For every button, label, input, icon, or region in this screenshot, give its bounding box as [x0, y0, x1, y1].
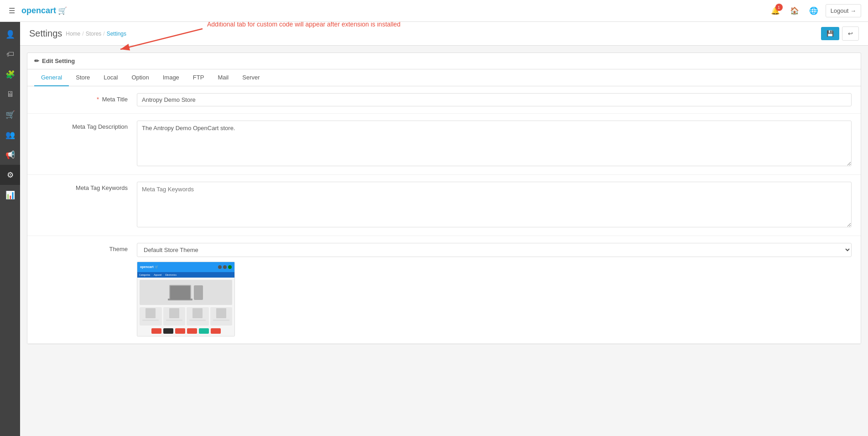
sidebar-item-design[interactable]: 🖥: [0, 84, 20, 105]
home-button[interactable]: 🏠: [787, 4, 802, 18]
globe-button[interactable]: 🌐: [806, 4, 821, 18]
sidebar-item-extensions[interactable]: 🧩: [0, 64, 20, 84]
page-title: Settings: [29, 28, 62, 39]
preview-nav-3: Electronics: [165, 273, 176, 276]
sidebar-item-settings[interactable]: ⚙: [0, 165, 20, 185]
meta-keywords-textarea[interactable]: [137, 182, 852, 227]
page-header-right: 💾 ↩: [821, 26, 859, 41]
notification-badge: 1: [775, 4, 783, 11]
meta-description-textarea[interactable]: The Antropy Demo OpenCart store.: [137, 121, 852, 166]
meta-title-control: [137, 93, 852, 106]
sidebar: 👤 🏷 🧩 🖥 🛒 👥 📢 ⚙ 📊: [0, 22, 20, 436]
brand-name: opencart: [21, 6, 56, 16]
sidebar-item-marketing[interactable]: 📢: [0, 145, 20, 165]
brand-logo: opencart 🛒: [21, 6, 67, 16]
tab-image[interactable]: Image: [156, 69, 186, 86]
meta-title-label: * Meta Title: [36, 93, 137, 103]
breadcrumb-current: Settings: [107, 31, 126, 37]
sidebar-item-cart[interactable]: 🛒: [0, 105, 20, 125]
preview-logo-4: [187, 328, 197, 334]
breadcrumb-sep-2: /: [103, 31, 104, 37]
breadcrumb-sep-1: /: [82, 31, 83, 37]
menu-toggle-button[interactable]: ☰: [7, 5, 17, 17]
sidebar-item-tags[interactable]: 🏷: [0, 44, 20, 64]
tabs-container: General Store Local Option Image FTP Mai…: [27, 69, 861, 86]
tab-ftp[interactable]: FTP: [186, 69, 211, 86]
theme-select[interactable]: Default Store Theme: [137, 243, 852, 257]
meta-description-label: Meta Tag Description: [36, 121, 137, 130]
meta-title-row: * Meta Title: [27, 86, 861, 114]
meta-keywords-row: Meta Tag Keywords: [27, 175, 861, 236]
page-header-left: Settings Home / Stores / Settings: [29, 28, 126, 39]
svg-line-1: [120, 29, 203, 49]
breadcrumb-stores[interactable]: Stores: [86, 31, 102, 37]
pencil-icon: ✏: [34, 58, 39, 64]
tab-mail[interactable]: Mail: [211, 69, 235, 86]
tab-store[interactable]: Store: [69, 69, 97, 86]
tab-local[interactable]: Local: [97, 69, 125, 86]
main-layout: 👤 🏷 🧩 🖥 🛒 👥 📢 ⚙ 📊 Settings Home / Stores…: [0, 22, 868, 436]
tab-server[interactable]: Server: [235, 69, 266, 86]
preview-logo-5: [199, 328, 209, 334]
sidebar-item-reports[interactable]: 📊: [0, 185, 20, 205]
preview-logo-6: [211, 328, 221, 334]
navbar-left: ☰ opencart 🛒: [7, 5, 67, 17]
top-navbar: ☰ opencart 🛒 🔔 1 🏠 🌐 Logout →: [0, 0, 868, 22]
edit-setting-panel: ✏ Edit Setting General Store Local Optio…: [27, 53, 861, 344]
required-asterisk: *: [97, 96, 99, 103]
brand-cart-icon: 🛒: [58, 6, 67, 15]
meta-description-control: The Antropy Demo OpenCart store.: [137, 121, 852, 168]
save-button[interactable]: 💾: [821, 27, 839, 40]
navbar-right: 🔔 1 🏠 🌐 Logout →: [768, 4, 861, 18]
preview-logo-3: [175, 328, 185, 334]
meta-keywords-control: [137, 182, 852, 229]
meta-description-row: Meta Tag Description The Antropy Demo Op…: [27, 114, 861, 175]
theme-preview: opencart 🛒 Categories Apparel: [137, 262, 235, 336]
tab-general[interactable]: General: [34, 69, 69, 86]
back-button[interactable]: ↩: [842, 26, 859, 41]
panel-heading: ✏ Edit Setting: [27, 53, 861, 69]
theme-label: Theme: [36, 243, 137, 252]
page-header: Settings Home / Stores / Settings: [20, 22, 868, 46]
meta-keywords-label: Meta Tag Keywords: [36, 182, 137, 191]
preview-nav-1: Categories: [139, 273, 150, 276]
preview-logo-2: [163, 328, 173, 334]
breadcrumb-home[interactable]: Home: [66, 31, 80, 37]
sidebar-item-customers[interactable]: 👥: [0, 125, 20, 145]
panel-title: Edit Setting: [42, 58, 75, 64]
theme-control: Default Store Theme opencart 🛒: [137, 243, 852, 336]
preview-nav-2: Apparel: [154, 273, 161, 276]
notifications-button[interactable]: 🔔 1: [768, 4, 783, 18]
preview-brand: opencart 🛒: [140, 265, 159, 269]
breadcrumb: Home / Stores / Settings: [66, 31, 126, 37]
form-area: * Meta Title Meta Tag Description The An…: [27, 86, 861, 344]
sidebar-item-profile[interactable]: 👤: [0, 24, 20, 44]
tab-option[interactable]: Option: [125, 69, 156, 86]
preview-logo-1: [151, 328, 161, 334]
logout-button[interactable]: Logout →: [826, 4, 861, 17]
meta-title-input[interactable]: [137, 93, 852, 106]
theme-row: Theme Default Store Theme opencart 🛒: [27, 236, 861, 344]
annotation-text: Additional tab for custom code will appe…: [207, 22, 400, 28]
content-area: Settings Home / Stores / Settings: [20, 22, 868, 436]
